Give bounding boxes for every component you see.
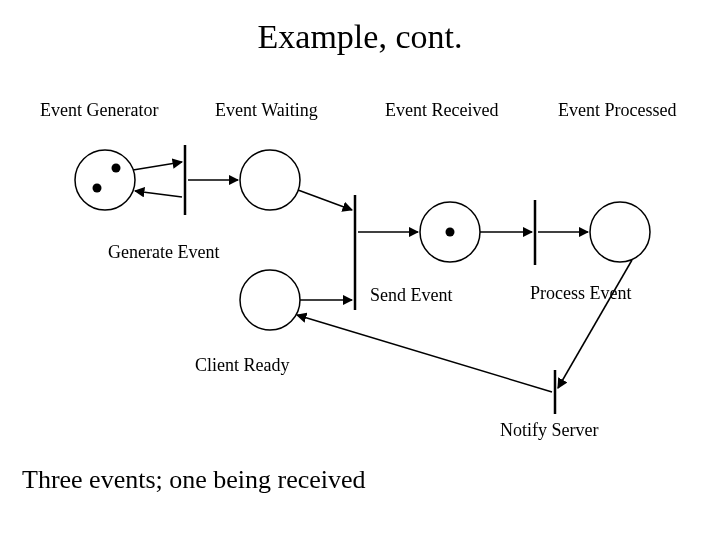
- place-event-waiting: [240, 150, 300, 210]
- arc: [298, 190, 352, 210]
- place-event-processed: [590, 202, 650, 262]
- token-icon: [446, 228, 455, 237]
- place-client-ready: [240, 270, 300, 330]
- arc: [133, 162, 182, 170]
- arc: [297, 315, 552, 392]
- arc: [135, 191, 182, 197]
- place-event-generator: [75, 150, 135, 210]
- token-icon: [112, 164, 121, 173]
- arc: [558, 260, 632, 388]
- slide: Example, cont. Event Generator Event Wai…: [0, 0, 720, 540]
- petri-net-diagram: [0, 0, 720, 540]
- token-icon: [93, 184, 102, 193]
